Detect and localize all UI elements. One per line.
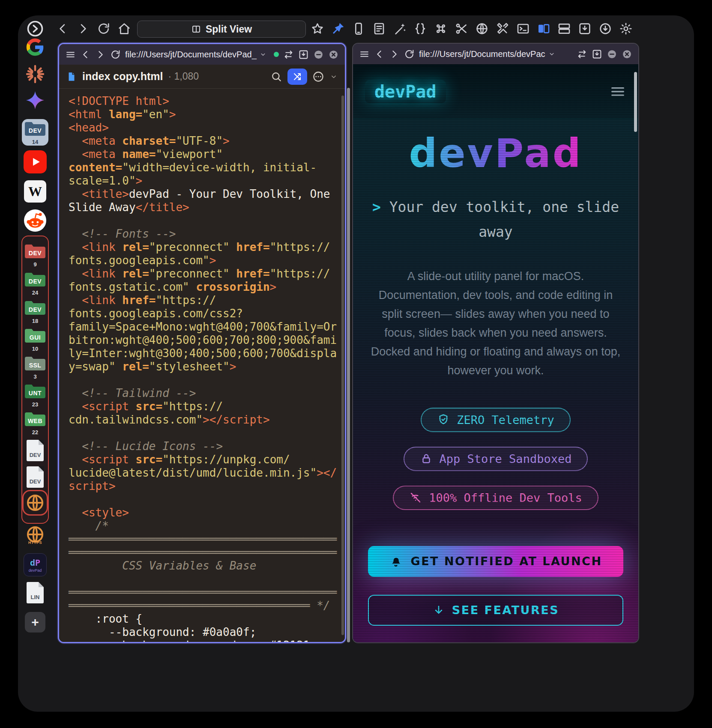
sidebar-item-folder-dev-18[interactable]: DEV18 bbox=[24, 298, 46, 324]
sidebar-item-globe-active[interactable] bbox=[25, 492, 45, 513]
pin-icon[interactable] bbox=[331, 22, 345, 36]
pane-url[interactable]: file:///Users/jt/Documents/devPac bbox=[419, 49, 572, 59]
pane-back-icon[interactable] bbox=[374, 49, 385, 60]
right-pane-scrollbar[interactable] bbox=[634, 72, 637, 132]
sidebar-item-claude[interactable] bbox=[25, 64, 45, 84]
sidebar-item-google[interactable] bbox=[26, 38, 45, 57]
sidebar-item-youtube[interactable] bbox=[24, 150, 47, 173]
sidebar-item-folder-dev-24[interactable]: DEV24 bbox=[24, 270, 46, 296]
google-icon bbox=[26, 38, 45, 57]
sidebar-item-doc-dev-1[interactable]: DEV bbox=[27, 440, 44, 461]
get-notified-button[interactable]: GET NOTIFIED AT LAUNCH bbox=[368, 546, 623, 577]
address-bar[interactable]: Split View bbox=[137, 21, 306, 38]
sidebar-item-folder-unt-23[interactable]: UNT23 bbox=[24, 382, 46, 408]
folder-icon: GUI bbox=[24, 326, 46, 345]
tools-icon[interactable] bbox=[496, 22, 509, 36]
format-button[interactable] bbox=[287, 69, 307, 85]
download-box-icon[interactable] bbox=[592, 49, 602, 60]
pane-menu-icon[interactable] bbox=[65, 49, 76, 60]
circle-minus-icon[interactable] bbox=[313, 49, 324, 60]
back-icon[interactable] bbox=[56, 22, 69, 36]
home-icon[interactable] bbox=[117, 22, 131, 36]
browser-window: Split View DEV14WDEV9DEV24DEV18GUI10SSL3… bbox=[18, 15, 694, 712]
badge-1[interactable]: ZERO Telemetry bbox=[421, 408, 571, 432]
badge-3[interactable]: 100% Offline Dev Tools bbox=[393, 486, 598, 510]
reader-icon[interactable] bbox=[372, 22, 386, 36]
devpad-logo-glyph: dP bbox=[30, 558, 40, 568]
sidebar-item-folder-ssl-3[interactable]: SSL3 bbox=[24, 354, 46, 380]
tray-icon[interactable] bbox=[578, 22, 592, 36]
settings-icon[interactable] bbox=[619, 22, 633, 36]
code-line: ════════════════════════════════════ */ bbox=[69, 599, 345, 612]
left-pane-scrollbar[interactable] bbox=[341, 95, 344, 635]
star-icon[interactable] bbox=[311, 22, 324, 36]
sidebar-item-globe-https[interactable]: HTTPS bbox=[25, 524, 45, 545]
download-box-icon[interactable] bbox=[298, 49, 309, 60]
code-token bbox=[69, 227, 82, 240]
pane-reload-icon[interactable] bbox=[404, 49, 415, 60]
scissors-icon[interactable] bbox=[455, 22, 468, 36]
code-line: <style> bbox=[69, 506, 345, 519]
sidebar-item-gemini[interactable] bbox=[25, 90, 45, 110]
wand-icon[interactable] bbox=[393, 22, 407, 36]
sidebar-item-folder-gui-10[interactable]: GUI10 bbox=[24, 326, 46, 352]
device-icon[interactable] bbox=[352, 22, 365, 36]
badge-2[interactable]: App Store Sandboxed bbox=[404, 447, 588, 471]
pane-url[interactable]: file:///Users/jt/Documents/devPad_ bbox=[125, 50, 269, 60]
folder-icon: UNT bbox=[24, 382, 46, 401]
close-pane-icon[interactable] bbox=[328, 49, 339, 60]
pane-menu-icon[interactable] bbox=[359, 49, 370, 60]
swap-tabs-icon[interactable] bbox=[283, 49, 294, 60]
claude-icon bbox=[25, 64, 45, 84]
document-label: DEV bbox=[30, 452, 41, 458]
terminal-icon[interactable] bbox=[516, 22, 530, 36]
braces-icon[interactable] bbox=[413, 22, 427, 36]
reload-icon[interactable] bbox=[97, 22, 111, 36]
command-icon[interactable] bbox=[434, 22, 448, 36]
globe-icon[interactable] bbox=[475, 22, 489, 36]
rows-icon[interactable] bbox=[557, 22, 571, 36]
new-tab-button[interactable]: + bbox=[25, 612, 45, 633]
globe-label: HTTPS bbox=[28, 540, 42, 545]
swap-tabs-icon[interactable] bbox=[577, 49, 587, 60]
sidebar-item-wikipedia[interactable]: W bbox=[24, 180, 46, 203]
split-view-icon[interactable] bbox=[537, 22, 550, 36]
search-icon[interactable] bbox=[270, 71, 282, 83]
pane-back-icon[interactable] bbox=[80, 49, 91, 60]
code-line bbox=[69, 214, 345, 227]
code-token: > bbox=[270, 280, 277, 293]
pane-forward-icon[interactable] bbox=[95, 49, 106, 60]
code-token: href= bbox=[122, 294, 156, 307]
sidebar-item-folder-web-22[interactable]: WEB22 bbox=[24, 410, 46, 436]
badge-label: 100% Offline Dev Tools bbox=[429, 491, 582, 504]
code-token: </title> bbox=[136, 201, 189, 214]
menu-icon[interactable] bbox=[609, 83, 626, 100]
devpad-header: devPad bbox=[353, 64, 638, 119]
sidebar-item-devpad[interactable]: dPdevPad bbox=[24, 553, 47, 576]
sidebar-item-reddit[interactable] bbox=[24, 209, 46, 232]
split-divider-handle[interactable] bbox=[347, 88, 350, 642]
download-icon[interactable] bbox=[598, 22, 612, 36]
code-token: "en" bbox=[142, 108, 169, 121]
sidebar-item-doc-lin[interactable]: LIN bbox=[27, 582, 44, 603]
get-notified-label: GET NOTIFIED AT LAUNCH bbox=[410, 555, 602, 568]
more-options-icon[interactable] bbox=[312, 71, 324, 83]
sidebar-item-doc-dev-2[interactable]: DEV bbox=[27, 466, 44, 488]
devpad-logo[interactable]: devPad bbox=[365, 80, 446, 103]
forward-icon[interactable] bbox=[76, 22, 90, 36]
code-editor[interactable]: <!DOCTYPE html><html lang="en"><head> <m… bbox=[59, 89, 345, 642]
sidebar-item-folder-dev-14[interactable]: DEV14 bbox=[22, 119, 48, 146]
code-line: <link rel="preconnect" href="https:// bbox=[69, 267, 345, 280]
circle-minus-icon[interactable] bbox=[607, 49, 617, 60]
pane-reload-icon[interactable] bbox=[110, 49, 121, 60]
code-token bbox=[69, 148, 82, 161]
sidebar-item-folder-dev-9[interactable]: DEV9 bbox=[24, 242, 46, 268]
see-features-button[interactable]: SEE FEATURES bbox=[368, 595, 623, 626]
file-icon bbox=[66, 71, 77, 83]
code-token bbox=[69, 241, 82, 254]
more-chevron-icon[interactable] bbox=[329, 72, 338, 81]
close-pane-icon[interactable] bbox=[622, 49, 632, 60]
pane-forward-icon[interactable] bbox=[389, 49, 400, 60]
code-token: content= bbox=[69, 161, 122, 174]
folder-label: WEB bbox=[24, 418, 46, 424]
